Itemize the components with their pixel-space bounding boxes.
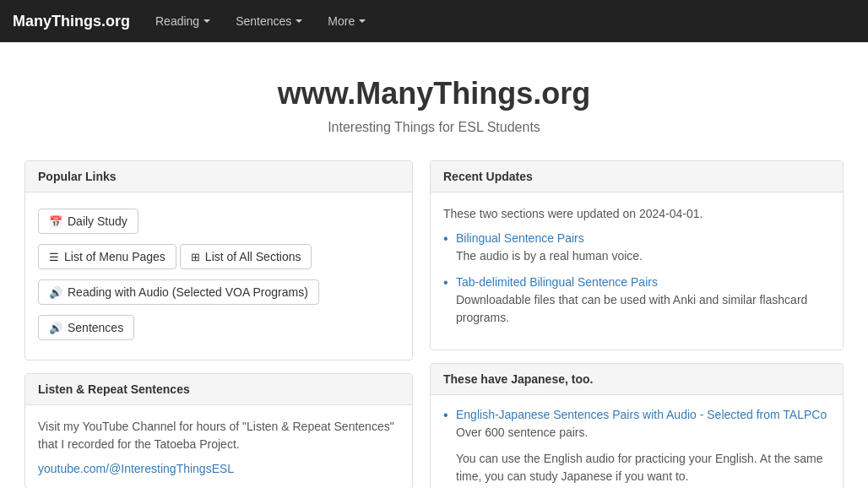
list-item: English-Japanese Sentences Pairs with Au… xyxy=(443,408,830,485)
volume-icon-2 xyxy=(49,321,62,334)
tab-delimited-desc: Downloadable files that can be used with… xyxy=(456,291,830,327)
list-item: Tab-delimited Bilingual Sentence Pairs D… xyxy=(443,275,830,327)
site-title: www.ManyThings.org xyxy=(24,76,844,111)
calendar-icon xyxy=(49,214,62,228)
reading-caret xyxy=(203,19,210,23)
main-content: www.ManyThings.org Interesting Things fo… xyxy=(12,42,856,488)
sentences-button[interactable]: Sentences xyxy=(38,315,134,340)
japanese-heading: These have Japanese, too. xyxy=(431,364,843,395)
listen-repeat-body: Visit my YouTube Channel for hours of "L… xyxy=(25,405,412,488)
volume-icon-1 xyxy=(49,285,62,299)
more-caret xyxy=(359,19,366,23)
site-subtitle: Interesting Things for ESL Students xyxy=(24,120,844,135)
reading-audio-button[interactable]: Reading with Audio (Selected VOA Program… xyxy=(38,279,319,305)
popular-links-row-3: Reading with Audio (Selected VOA Program… xyxy=(38,276,399,308)
list-menu-pages-button[interactable]: List of Menu Pages xyxy=(38,244,176,269)
recent-updates-list: Bilingual Sentence Pairs The audio is by… xyxy=(443,231,830,327)
nav-item-more[interactable]: More xyxy=(315,0,378,42)
english-japanese-link[interactable]: English-Japanese Sentences Pairs with Au… xyxy=(456,408,827,421)
nav-item-sentences[interactable]: Sentences xyxy=(223,0,315,42)
recent-updates-body: These two sections were updated on 2024-… xyxy=(431,192,843,350)
tab-delimited-link[interactable]: Tab-delimited Bilingual Sentence Pairs xyxy=(456,275,658,289)
japanese-panel: These have Japanese, too. English-Japane… xyxy=(430,363,844,488)
popular-links-body: Daily Study List of Menu Pages List of A… xyxy=(25,192,412,360)
nav-item-reading[interactable]: Reading xyxy=(143,0,223,42)
english-japanese-desc1: Over 600 sentence pairs. xyxy=(456,424,830,442)
bilingual-sentence-pairs-desc: The audio is by a real human voice. xyxy=(456,247,830,265)
left-column: Popular Links Daily Study List of Menu P… xyxy=(24,160,413,488)
popular-links-heading: Popular Links xyxy=(25,161,412,192)
japanese-body: English-Japanese Sentences Pairs with Au… xyxy=(431,395,843,488)
daily-study-button[interactable]: Daily Study xyxy=(38,209,138,234)
recent-updates-intro: These two sections were updated on 2024-… xyxy=(443,205,830,223)
english-japanese-desc2: You can use the English audio for practi… xyxy=(456,450,830,485)
youtube-link[interactable]: youtube.com/@InterestingThingsESL xyxy=(38,462,234,475)
popular-links-panel: Popular Links Daily Study List of Menu P… xyxy=(24,160,413,361)
listen-repeat-heading: Listen & Repeat Sentences xyxy=(25,374,412,405)
bilingual-sentence-pairs-link[interactable]: Bilingual Sentence Pairs xyxy=(456,231,584,245)
list-all-sections-button[interactable]: List of All Sections xyxy=(180,244,312,269)
recent-updates-panel: Recent Updates These two sections were u… xyxy=(430,160,844,350)
listen-repeat-panel: Listen & Repeat Sentences Visit my YouTu… xyxy=(24,373,413,488)
navbar: ManyThings.org Reading Sentences More xyxy=(0,0,868,42)
popular-links-row-4: Sentences xyxy=(38,312,399,344)
popular-links-row-2: List of Menu Pages List of All Sections xyxy=(38,241,399,273)
grid-icon xyxy=(191,250,200,263)
popular-links-row-1: Daily Study xyxy=(38,205,399,237)
navbar-brand[interactable]: ManyThings.org xyxy=(13,0,143,42)
listen-repeat-text: Visit my YouTube Channel for hours of "L… xyxy=(38,418,399,453)
right-column: Recent Updates These two sections were u… xyxy=(430,160,844,488)
japanese-list: English-Japanese Sentences Pairs with Au… xyxy=(443,408,830,485)
list-icon-1 xyxy=(49,250,59,263)
recent-updates-heading: Recent Updates xyxy=(431,161,843,192)
list-item: Bilingual Sentence Pairs The audio is by… xyxy=(443,231,830,265)
sentences-caret xyxy=(296,19,302,23)
two-column-layout: Popular Links Daily Study List of Menu P… xyxy=(24,160,844,488)
